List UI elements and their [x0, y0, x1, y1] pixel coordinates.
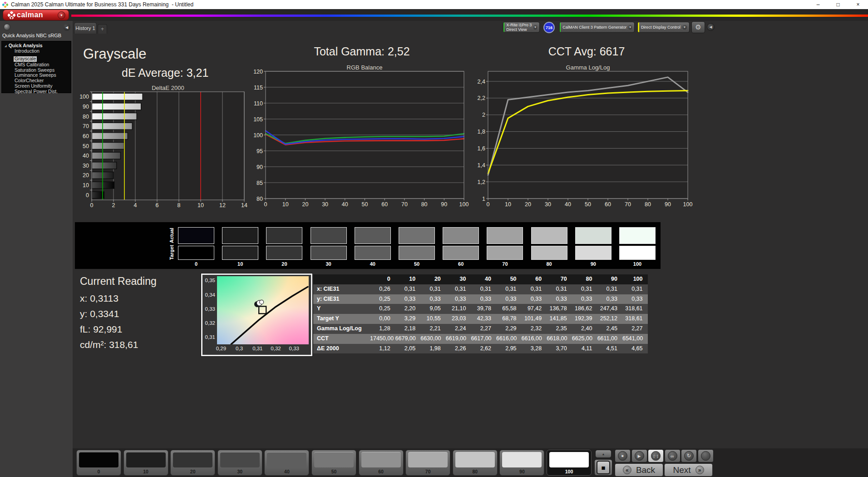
calman-logo-text: calman [17, 11, 43, 19]
current-reading-title: Current Reading [80, 275, 157, 288]
deltae-bar-80 [92, 113, 137, 120]
continuous-mode-button[interactable]: ∞ [665, 449, 681, 462]
strip-level-label-80: 80 [531, 261, 567, 267]
svg-text:90: 90 [256, 164, 263, 170]
calman-dropdown-icon[interactable]: ▼ [58, 11, 65, 19]
svg-text:1,8: 1,8 [478, 129, 485, 135]
table-cell: 0,25 [370, 294, 395, 304]
table-col-header-90: 90 [597, 274, 622, 284]
sidebar-collapse-button[interactable]: ◀ [63, 24, 70, 31]
svg-text:20: 20 [302, 201, 308, 208]
tree-item-spectral-power-dist-[interactable]: Spectral Power Dist. [15, 89, 71, 94]
tree-root-quick-analysis[interactable]: ◢ Quick Analysis [5, 43, 71, 48]
table-corner [313, 274, 370, 284]
svg-text:80: 80 [421, 201, 428, 208]
collapse-panel-button[interactable]: ◀ [707, 23, 715, 31]
play-button[interactable]: ▶ [631, 449, 647, 462]
table-cell: 1,98 [420, 344, 446, 354]
table-row-label-6: ΔE 2000 [313, 344, 370, 354]
close-button[interactable]: × [848, 0, 868, 9]
tree-expander-icon[interactable]: ◢ [5, 44, 7, 47]
table-col-header-40: 40 [471, 274, 496, 284]
calman-menu-button[interactable]: calman ▼ [3, 10, 69, 20]
display-control-button[interactable]: Direct Display Control ▼ [637, 22, 690, 33]
svg-text:4: 4 [134, 202, 137, 209]
deltae-bar-40 [92, 152, 121, 159]
table-cell: 0,31 [395, 284, 421, 294]
patch-label: 90 [500, 469, 544, 474]
table-cell: 0,33 [547, 294, 572, 304]
next-button[interactable]: Next » [664, 463, 713, 477]
svg-text:40: 40 [83, 153, 89, 159]
patch-scroll-up-button[interactable]: ▲ [595, 450, 612, 458]
table-cell: 3,29 [395, 314, 421, 324]
sync-button[interactable]: ↻ [681, 449, 697, 462]
patch-button-60[interactable]: 60 [359, 450, 404, 476]
status-circle-button[interactable] [698, 449, 714, 462]
svg-text:115: 115 [254, 84, 263, 91]
minimize-button[interactable]: – [808, 0, 828, 9]
svg-text:60: 60 [83, 133, 89, 139]
patch-button-50[interactable]: 50 [311, 450, 356, 476]
table-cell: 2,20 [395, 304, 421, 314]
table-cell: 6625,00 [572, 334, 597, 344]
table-cell: 6541,00 [622, 334, 648, 344]
patch-button-70[interactable]: 70 [405, 450, 450, 476]
svg-text:100: 100 [79, 94, 89, 100]
svg-text:30: 30 [545, 201, 551, 208]
total-gamma-heading: Total Gamma: 2,52 [271, 45, 453, 58]
patch-button-20[interactable]: 20 [170, 450, 215, 476]
pattern-window-frame: ■ [597, 461, 610, 474]
tree-item-grayscale[interactable]: Grayscale [14, 56, 37, 62]
strip-level-label-60: 60 [443, 261, 479, 267]
svg-text:90: 90 [665, 201, 671, 208]
rgb-balance-chart: 1201151101051009590858001020304050607080… [252, 68, 472, 210]
table-cell: 6630,00 [420, 334, 446, 344]
grayscale-swatch-strip: ActualTarget0102030405060708090100 [75, 222, 661, 269]
add-tab-button[interactable]: + [98, 24, 107, 34]
settings-button[interactable]: ⚙ [691, 21, 705, 33]
patch-button-90[interactable]: 90 [499, 450, 544, 476]
pattern-generator-button[interactable]: CalMAN Client 3 Pattern Generator ▼ [559, 22, 635, 33]
rainbow-divider [71, 15, 868, 17]
cie-x-tick: 0,3 [230, 346, 248, 351]
table-cell: 2,26 [446, 344, 471, 354]
back-button[interactable]: « Back [615, 463, 663, 477]
stop-button[interactable]: ■ [615, 449, 631, 462]
svg-text:0: 0 [487, 201, 490, 208]
current-reading-fl: fL: 92,991 [80, 324, 122, 335]
patch-button-0[interactable]: 0 [76, 450, 121, 476]
restore-button[interactable]: □ [828, 0, 848, 9]
sidebar-dot-button[interactable] [4, 24, 10, 30]
display-dropdown-icon[interactable]: ▼ [682, 25, 687, 30]
meter-dropdown-icon[interactable]: ▼ [533, 25, 537, 30]
tree-item-cms-calibration[interactable]: CMS Calibration [15, 62, 71, 68]
step-icon: [··] [654, 454, 658, 458]
patch-button-10[interactable]: 10 [123, 450, 168, 476]
patch-button-80[interactable]: 80 [453, 450, 498, 476]
svg-text:30: 30 [83, 163, 89, 169]
target-swatch-20 [266, 246, 302, 260]
svg-text:2: 2 [112, 202, 115, 209]
pattern-window-button[interactable]: ■ [594, 459, 612, 476]
step-mode-button[interactable]: [··] [648, 449, 664, 462]
cct-avg-heading: CCT Avg: 6617 [496, 45, 677, 58]
tree-item-screen-uniformity[interactable]: Screen Uniformity [15, 84, 71, 89]
patch-button-40[interactable]: 40 [264, 450, 309, 476]
tree-item-introduction[interactable]: Introduction [15, 49, 71, 54]
patch-button-100[interactable]: 100 [547, 450, 592, 476]
meter-sync-badge[interactable]: 716 [543, 22, 555, 33]
svg-text:10: 10 [197, 202, 204, 209]
meter-device-button[interactable]: X-Rite i1Pro 3Direct View ▼ [503, 22, 540, 33]
calman-app-icon [2, 2, 8, 8]
svg-text:105: 105 [253, 116, 263, 123]
patch-button-30[interactable]: 30 [217, 450, 262, 476]
cie-x-tick: 0,32 [267, 346, 285, 351]
table-cell: 0,33 [420, 294, 446, 304]
gamma-loglog-chart: 2,42,221,81,61,41,2101020304050607080901… [472, 68, 699, 210]
svg-text:1,6: 1,6 [478, 145, 485, 152]
table-cell: 2,24 [446, 324, 471, 334]
table-cell: 0,31 [446, 284, 471, 294]
pattern-dropdown-icon[interactable]: ▼ [628, 25, 632, 30]
tab-history-1[interactable]: History 1 [74, 22, 97, 34]
